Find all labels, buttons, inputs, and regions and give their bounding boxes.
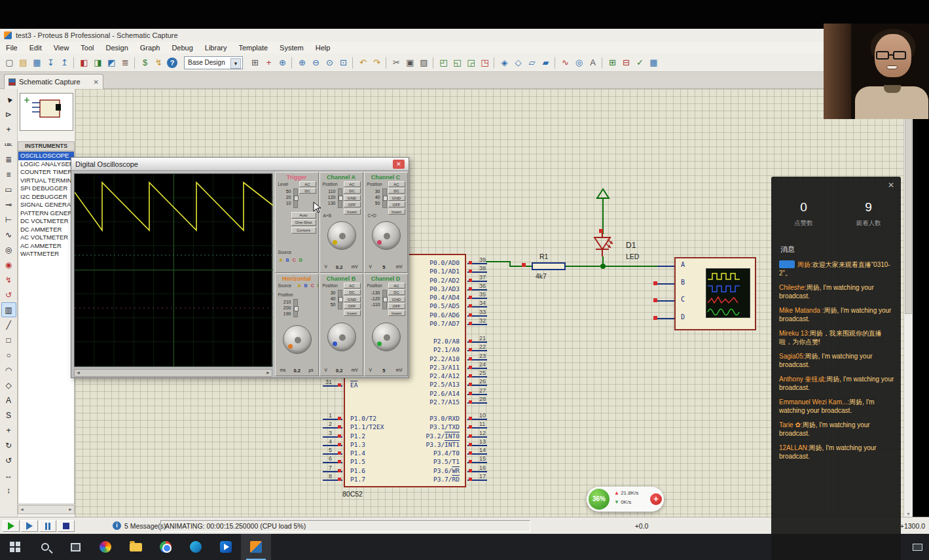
led-d1[interactable]	[590, 233, 616, 258]
menu-item[interactable]: Edit	[24, 43, 48, 53]
channel-c-gain-knob[interactable]	[372, 221, 401, 250]
redo-icon[interactable]: ↷	[370, 56, 384, 69]
trigger-mode-button[interactable]: Cursors	[291, 227, 316, 234]
chip-pin[interactable]: P1.4 5	[345, 449, 465, 457]
window-titlebar[interactable]: test3 - Proteus 8 Professional - Schemat…	[0, 29, 929, 42]
block-delete-icon[interactable]: ◳	[478, 56, 492, 69]
instrument-item[interactable]: COUNTER TIMER	[18, 168, 74, 177]
block-copy-icon[interactable]: ◰	[437, 56, 450, 69]
zoom-in-icon[interactable]: ⊕	[295, 56, 309, 69]
chip-pin[interactable]: P1.6 7	[345, 466, 465, 475]
coupling-button[interactable]: DC	[344, 289, 361, 295]
instrument-item[interactable]: WATTMETER	[18, 250, 74, 258]
task-view-button[interactable]	[60, 534, 90, 560]
menu-item[interactable]: Help	[310, 43, 337, 53]
oscilloscope-hscrollbar[interactable]	[74, 369, 272, 377]
vscroll-thumb[interactable]	[905, 98, 912, 314]
block-rotate-icon[interactable]: ◲	[464, 56, 478, 69]
zoom-out-icon[interactable]: ⊖	[309, 56, 323, 69]
instrument-item[interactable]: VIRTUAL TERMINAL	[18, 177, 74, 185]
bill-of-materials-icon[interactable]: $	[138, 56, 152, 69]
wire-autorouter-icon[interactable]: ∿	[558, 56, 572, 69]
trigger-coupling-button[interactable]: DC	[299, 188, 316, 194]
help-icon[interactable]: ?	[167, 58, 177, 68]
tab-schematic-capture[interactable]: Schematic Capture	[4, 74, 103, 89]
device-pins-icon[interactable]: ⊢	[1, 212, 16, 227]
trigger-source-channel[interactable]: C	[293, 258, 296, 262]
channel-d-position-slider[interactable]	[382, 290, 387, 309]
oscilloscope-close-button[interactable]	[393, 160, 405, 169]
menu-item[interactable]: Graph	[134, 43, 166, 53]
chip-pin[interactable]: P1.7 8	[345, 475, 465, 483]
simulate-stop-button[interactable]	[58, 520, 75, 532]
instrument-item[interactable]: AC AMMETER	[18, 242, 74, 251]
trigger-mode-button[interactable]: One-Shot	[291, 219, 316, 226]
trigger-source-channel[interactable]: A	[280, 258, 283, 262]
subcircuit-icon[interactable]: ▭	[1, 182, 16, 197]
instrument-item[interactable]: SPI DEBUGGER	[18, 184, 74, 193]
message-info-icon[interactable]	[113, 521, 121, 530]
menu-item[interactable]: View	[48, 43, 75, 53]
graph-mode-icon[interactable]: ∿	[1, 227, 16, 242]
trigger-coupling-button[interactable]: AC	[299, 181, 316, 187]
chip-pin[interactable]: P2.6/A14 27	[345, 389, 465, 398]
terminals-icon[interactable]: ⊸	[1, 197, 16, 212]
center-at-cursor-icon[interactable]: ⊕	[276, 56, 289, 69]
chrome-browser[interactable]	[151, 534, 181, 560]
paste-icon[interactable]: ▨	[417, 56, 431, 69]
chip-pin[interactable]: P1.0/T2 1	[345, 414, 465, 423]
rotate-cw-icon[interactable]: ↻	[1, 438, 16, 453]
edge-browser[interactable]	[181, 534, 211, 560]
coupling-button[interactable]: DC	[388, 289, 405, 295]
horizontal-source-channel[interactable]: A	[298, 283, 301, 288]
new-sheet-icon[interactable]: ⊞	[606, 56, 619, 69]
chip-pin[interactable]: P1.1/T2EX 2	[345, 423, 465, 431]
coupling-button[interactable]: GND	[344, 195, 361, 201]
menu-item[interactable]: Template	[232, 43, 274, 53]
coupling-button[interactable]: Invert	[388, 209, 405, 215]
marker-2d-icon[interactable]: +	[1, 423, 16, 438]
simulate-step-button[interactable]	[21, 520, 38, 532]
symbol-2d-icon[interactable]: S	[1, 408, 16, 423]
menu-item[interactable]: Tool	[75, 43, 100, 53]
buses-mode-icon[interactable]: ≡	[1, 167, 16, 182]
stream-net-widget[interactable]: 36% ▲ 21.8K/s ▼ 0K/s	[587, 487, 664, 512]
undo-icon[interactable]: ↶	[356, 56, 370, 69]
instrument-item[interactable]: AC VOLTMETER	[18, 234, 74, 242]
save-design-icon[interactable]: ▦	[30, 56, 44, 69]
instrument-item[interactable]: PATTERN GENERATOR	[18, 209, 74, 218]
coupling-button[interactable]: DC	[344, 188, 361, 194]
arc-2d-icon[interactable]: ◠	[1, 362, 16, 377]
oscilloscope-window[interactable]: Digital Oscilloscope Tr	[71, 157, 409, 378]
block-move-icon[interactable]: ◱	[450, 56, 464, 69]
channel-a-gain-knob[interactable]	[327, 221, 356, 250]
resistor-r1[interactable]	[532, 262, 566, 270]
coupling-button[interactable]: OFF	[344, 303, 361, 309]
coupling-button[interactable]: GND	[388, 296, 405, 302]
coupling-button[interactable]: OFF	[388, 303, 405, 309]
channel-b-gain-knob[interactable]	[327, 323, 356, 351]
text-script-icon[interactable]: ≣	[1, 152, 16, 167]
pick-parts-icon[interactable]: ◈	[498, 56, 511, 69]
tab-close-icon[interactable]	[94, 79, 99, 86]
virtual-instruments-icon[interactable]: ▥	[1, 302, 16, 317]
chip-pin[interactable]: P1.2 3	[345, 432, 465, 440]
channel-b-position-slider[interactable]	[338, 290, 342, 309]
instrument-item[interactable]: DC AMMETER	[18, 226, 74, 234]
schematic-capture-icon[interactable]: ◧	[77, 56, 91, 69]
search-tag-icon[interactable]: ◎	[572, 56, 586, 69]
instrument-item[interactable]: OSCILLOSCOPE	[18, 152, 74, 160]
proteus-app[interactable]	[241, 534, 271, 560]
copy-icon[interactable]: ▣	[403, 56, 417, 69]
new-design-icon[interactable]: ▢	[3, 56, 16, 69]
instrument-item[interactable]: DC VOLTMETER	[18, 217, 74, 226]
menu-item[interactable]: Design	[100, 43, 134, 53]
design-selector[interactable]: Base Design	[184, 56, 243, 69]
trigger-mode-button[interactable]: Auto	[291, 212, 316, 219]
coupling-button[interactable]: Invert	[344, 310, 361, 316]
system-tray[interactable]	[913, 544, 922, 551]
simulate-pause-button[interactable]	[39, 520, 56, 532]
instrument-item[interactable]: I2C DEBUGGER	[18, 193, 74, 201]
menu-item[interactable]: File	[0, 43, 24, 53]
channel-a-position-slider[interactable]	[338, 188, 342, 208]
